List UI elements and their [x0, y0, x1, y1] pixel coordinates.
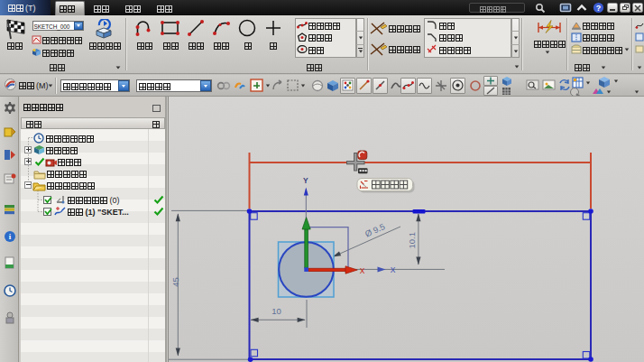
svg-text:?: ? — [596, 4, 602, 13]
svg-text:Y: Y — [303, 176, 308, 185]
svg-text:X: X — [360, 266, 365, 275]
svg-text:10.1: 10.1 — [407, 232, 417, 249]
svg-text:X: X — [391, 265, 396, 274]
svg-text:10: 10 — [271, 306, 281, 316]
svg-text:45: 45 — [170, 277, 180, 287]
